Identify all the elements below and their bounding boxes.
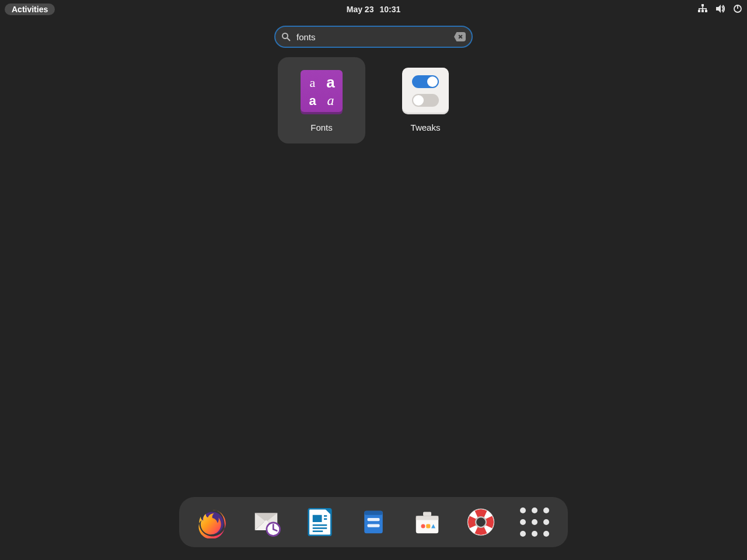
svg-rect-33 <box>368 524 380 527</box>
svg-line-13 <box>287 38 290 41</box>
firefox-icon <box>196 506 229 538</box>
svg-rect-6 <box>699 8 700 10</box>
volume-icon <box>715 4 725 15</box>
tweaks-icon <box>402 68 449 114</box>
dash <box>179 497 568 547</box>
svg-rect-7 <box>702 8 703 10</box>
software-store-icon <box>411 506 444 538</box>
clock-time: 10:31 <box>379 5 400 14</box>
clear-search-icon[interactable] <box>454 32 466 41</box>
result-tweaks[interactable]: Tweaks <box>382 57 469 144</box>
svg-rect-2 <box>701 10 704 12</box>
dock-app-firefox[interactable] <box>194 504 231 540</box>
dock-show-applications[interactable] <box>516 504 553 540</box>
mail-calendar-icon <box>250 506 282 538</box>
svg-rect-8 <box>706 8 707 10</box>
svg-rect-32 <box>368 518 380 521</box>
libreoffice-writer-icon <box>303 506 336 538</box>
svg-rect-11 <box>737 5 738 9</box>
fonts-icon: aa aa <box>298 68 345 114</box>
clock[interactable]: May 23 10:31 <box>347 5 401 14</box>
svg-rect-3 <box>705 10 707 12</box>
dock-app-mail[interactable] <box>248 504 284 540</box>
dock-app-software[interactable] <box>409 504 445 540</box>
search-icon <box>281 32 291 41</box>
help-lifering-icon <box>465 506 497 538</box>
search-field[interactable] <box>274 26 473 48</box>
activities-button[interactable]: Activities <box>5 4 55 15</box>
dock-app-files[interactable] <box>355 504 392 540</box>
topbar: Activities May 23 10:31 <box>0 0 747 19</box>
result-fonts[interactable]: aa aa Fonts <box>278 57 365 144</box>
search-input[interactable] <box>296 32 448 42</box>
svg-rect-24 <box>313 515 322 522</box>
dock-app-libreoffice[interactable] <box>302 504 338 540</box>
system-status-area[interactable] <box>698 4 742 15</box>
svg-rect-36 <box>423 512 431 516</box>
power-icon <box>733 4 742 15</box>
svg-rect-35 <box>416 516 439 520</box>
svg-rect-1 <box>698 10 700 12</box>
svg-point-37 <box>421 524 425 528</box>
svg-rect-0 <box>701 4 704 6</box>
svg-point-12 <box>282 33 288 38</box>
svg-rect-31 <box>364 511 383 515</box>
search-results: aa aa Fonts Tweaks <box>278 57 469 144</box>
clock-date: May 23 <box>347 5 374 14</box>
overview-search <box>274 26 473 48</box>
result-label: Fonts <box>310 123 333 132</box>
network-icon <box>698 4 707 15</box>
dock-app-help[interactable] <box>463 504 499 540</box>
svg-rect-38 <box>426 524 430 528</box>
result-label: Tweaks <box>411 123 441 132</box>
files-icon <box>357 506 390 538</box>
svg-marker-9 <box>716 5 721 13</box>
apps-grid-icon <box>520 508 549 537</box>
